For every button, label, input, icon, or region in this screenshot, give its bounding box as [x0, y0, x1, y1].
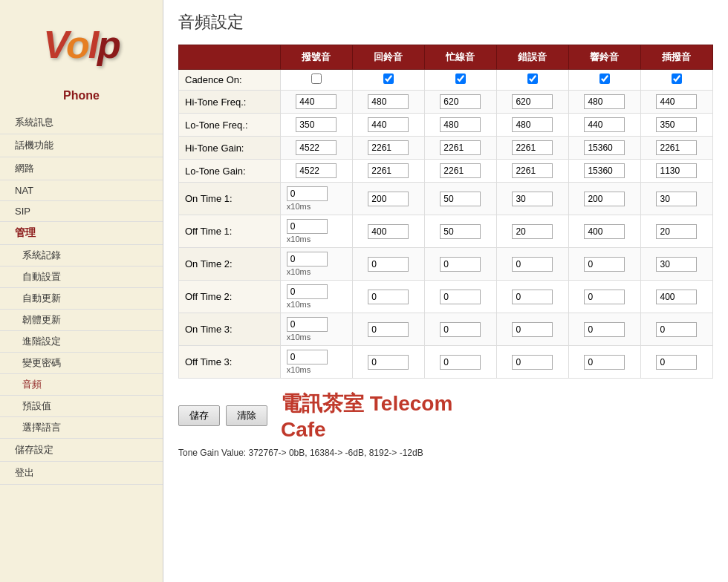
sidebar-item-save-config[interactable]: 儲存設定 — [0, 439, 163, 462]
cadence-dial[interactable] — [280, 70, 352, 91]
ontime1-busy-input[interactable] — [440, 192, 481, 206]
hitone-gain-ringer[interactable] — [568, 137, 640, 160]
ontime1-stutter-input[interactable] — [656, 192, 697, 206]
offtime3-dial-input[interactable] — [287, 350, 328, 364]
lotone-gain-ringer-input[interactable] — [584, 163, 625, 178]
lotone-gain-stutter[interactable] — [640, 160, 712, 183]
offtime3-ringer-input[interactable] — [584, 355, 625, 370]
lotone-freq-dial-input[interactable] — [296, 117, 337, 132]
lotone-gain-dial-input[interactable] — [296, 163, 337, 178]
cadence-ring[interactable] — [352, 70, 424, 91]
ontime1-error-input[interactable] — [512, 192, 553, 206]
ontime2-error-input[interactable] — [512, 257, 553, 272]
offtime3-ringer[interactable] — [568, 346, 640, 379]
cadence-busy-check[interactable] — [455, 73, 466, 84]
ontime3-error-input[interactable] — [512, 322, 553, 337]
offtime2-stutter-input[interactable] — [656, 290, 697, 304]
hitone-freq-ring-input[interactable] — [368, 94, 409, 109]
lotone-gain-ring-input[interactable] — [368, 163, 409, 178]
offtime2-stutter[interactable] — [640, 281, 712, 313]
ontime3-ring-input[interactable] — [368, 322, 409, 337]
offtime2-busy-input[interactable] — [440, 290, 481, 304]
offtime1-ringer-input[interactable] — [584, 224, 625, 239]
ontime3-stutter-input[interactable] — [656, 322, 697, 337]
lotone-freq-busy[interactable] — [424, 114, 496, 137]
cadence-dial-check[interactable] — [311, 73, 322, 84]
sidebar-item-sip[interactable]: SIP — [0, 201, 163, 222]
hitone-gain-stutter-input[interactable] — [656, 140, 697, 155]
lotone-freq-ring-input[interactable] — [368, 117, 409, 132]
offtime1-dial-input[interactable] — [287, 219, 328, 234]
save-button[interactable]: 儲存 — [178, 405, 220, 426]
cadence-stutter-check[interactable] — [672, 73, 682, 84]
offtime3-stutter[interactable] — [640, 346, 712, 379]
offtime2-dial-input[interactable] — [287, 284, 328, 299]
ontime2-error[interactable] — [496, 248, 568, 281]
ontime2-dial-input[interactable] — [287, 252, 328, 267]
offtime3-ring-input[interactable] — [368, 355, 409, 370]
hitone-gain-stutter[interactable] — [640, 137, 712, 160]
offtime3-busy-input[interactable] — [440, 355, 481, 370]
lotone-freq-ringer-input[interactable] — [584, 117, 625, 132]
ontime2-ring[interactable] — [352, 248, 424, 281]
hitone-freq-busy[interactable] — [424, 91, 496, 114]
lotone-gain-dial[interactable] — [280, 160, 352, 183]
offtime2-ring[interactable] — [352, 281, 424, 313]
cadence-ringer-check[interactable] — [599, 73, 610, 84]
lotone-gain-error-input[interactable] — [512, 163, 553, 178]
sidebar-item-auto-update[interactable]: 自動更新 — [0, 288, 163, 310]
sidebar-item-language[interactable]: 選擇語言 — [0, 417, 163, 439]
sidebar-item-syslog[interactable]: 系統記錄 — [0, 245, 163, 267]
ontime3-ringer-input[interactable] — [584, 322, 625, 337]
offtime2-ringer[interactable] — [568, 281, 640, 313]
ontime1-ring[interactable] — [352, 183, 424, 215]
offtime1-ring-input[interactable] — [368, 224, 409, 239]
hitone-freq-error-input[interactable] — [512, 94, 553, 109]
cadence-stutter[interactable] — [640, 70, 712, 91]
offtime1-ringer[interactable] — [568, 215, 640, 248]
ontime1-ringer[interactable] — [568, 183, 640, 215]
ontime1-ring-input[interactable] — [368, 192, 409, 206]
cadence-error-check[interactable] — [527, 73, 538, 84]
hitone-gain-dial[interactable] — [280, 137, 352, 160]
offtime1-busy[interactable] — [424, 215, 496, 248]
ontime3-busy[interactable] — [424, 313, 496, 346]
ontime1-dial[interactable]: x10ms — [280, 183, 352, 215]
hitone-freq-stutter[interactable] — [640, 91, 712, 114]
lotone-freq-ring[interactable] — [352, 114, 424, 137]
offtime2-dial[interactable]: x10ms — [280, 281, 352, 313]
sidebar-item-nat[interactable]: NAT — [0, 180, 163, 201]
hitone-gain-error[interactable] — [496, 137, 568, 160]
hitone-freq-ringer[interactable] — [568, 91, 640, 114]
sidebar-item-defaults[interactable]: 預設值 — [0, 396, 163, 417]
lotone-gain-busy[interactable] — [424, 160, 496, 183]
ontime2-ring-input[interactable] — [368, 257, 409, 272]
hitone-freq-stutter-input[interactable] — [656, 94, 697, 109]
sidebar-item-phone-func[interactable]: 話機功能 — [0, 134, 163, 157]
cadence-ring-check[interactable] — [383, 73, 394, 84]
hitone-gain-ring[interactable] — [352, 137, 424, 160]
offtime2-ringer-input[interactable] — [584, 290, 625, 304]
sidebar-item-password[interactable]: 變更密碼 — [0, 353, 163, 374]
offtime1-busy-input[interactable] — [440, 224, 481, 239]
hitone-freq-ringer-input[interactable] — [584, 94, 625, 109]
hitone-gain-dial-input[interactable] — [296, 140, 337, 155]
offtime1-stutter-input[interactable] — [656, 224, 697, 239]
offtime1-error-input[interactable] — [512, 224, 553, 239]
offtime3-error-input[interactable] — [512, 355, 553, 370]
hitone-gain-busy[interactable] — [424, 137, 496, 160]
ontime1-stutter[interactable] — [640, 183, 712, 215]
lotone-freq-ringer[interactable] — [568, 114, 640, 137]
ontime2-ringer-input[interactable] — [584, 257, 625, 272]
ontime3-ring[interactable] — [352, 313, 424, 346]
hitone-freq-busy-input[interactable] — [440, 94, 481, 109]
ontime2-stutter-input[interactable] — [656, 257, 697, 272]
ontime3-ringer[interactable] — [568, 313, 640, 346]
lotone-gain-ringer[interactable] — [568, 160, 640, 183]
lotone-gain-error[interactable] — [496, 160, 568, 183]
hitone-gain-ring-input[interactable] — [368, 140, 409, 155]
offtime2-error-input[interactable] — [512, 290, 553, 304]
hitone-freq-ring[interactable] — [352, 91, 424, 114]
cadence-ringer[interactable] — [568, 70, 640, 91]
lotone-gain-ring[interactable] — [352, 160, 424, 183]
